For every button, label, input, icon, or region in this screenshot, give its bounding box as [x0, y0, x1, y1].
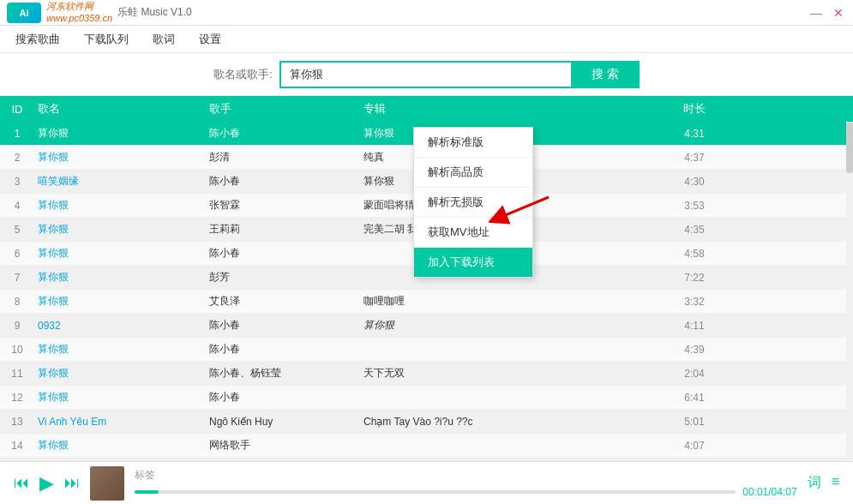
cell-name: 算你狠 — [34, 390, 206, 405]
context-menu-item[interactable]: 解析标准版 — [414, 128, 532, 158]
cell-duration: 4:31 — [652, 128, 737, 140]
col-duration: 时长 — [652, 101, 737, 117]
table-row[interactable]: 9 0932 陈小春 算你狠 4:11 — [0, 314, 853, 338]
titlebar: Ai 河东软件网 www.pc0359.cn 乐蛙 Music V1.0 — ✕ — [0, 0, 853, 26]
album-thumbnail — [90, 466, 124, 501]
cell-duration: 2:04 — [652, 368, 737, 380]
lyrics-icon[interactable]: 词 — [808, 474, 821, 492]
cell-name: 0932 — [34, 320, 206, 332]
context-menu-item[interactable]: 获取MV地址 — [414, 218, 532, 248]
context-menu-item[interactable]: 解析无损版 — [414, 188, 532, 218]
context-menu-item[interactable]: 加入下载列表 — [414, 248, 532, 277]
close-button[interactable]: ✕ — [831, 5, 846, 21]
watermark-text: 河东软件网 — [46, 1, 112, 12]
table-row[interactable]: 11 算你狠 陈小春、杨钰莹 天下无双 2:04 — [0, 362, 853, 386]
cell-name: 算你狠 — [34, 294, 206, 309]
player-time: 00:01/04:07 — [742, 486, 796, 498]
cell-duration: 4:30 — [652, 176, 737, 188]
playlist-icon[interactable]: ≡ — [832, 474, 839, 492]
menu-settings[interactable]: 设置 — [197, 28, 223, 51]
cell-id: 11 — [0, 368, 34, 380]
cell-artist: 王莉莉 — [206, 222, 360, 237]
cell-id: 5 — [0, 224, 34, 236]
cell-name: 算你狠 — [34, 222, 206, 237]
searchbar: 歌名或歌手: 搜 索 — [0, 53, 853, 96]
cell-duration: 4:39 — [652, 344, 737, 356]
col-artist: 歌手 — [206, 101, 360, 117]
progress-fill — [135, 490, 159, 494]
player-bar: ⏮ ▶ ⏭ 标签 00:01/04:07 词 ≡ — [0, 461, 853, 504]
cell-name: 算你狠 — [34, 342, 206, 357]
cell-id: 3 — [0, 176, 34, 188]
table-row[interactable]: 12 算你狠 陈小春 6:41 — [0, 386, 853, 410]
table-row[interactable]: 10 算你狠 陈小春 4:39 — [0, 338, 853, 362]
menu-search[interactable]: 搜索歌曲 — [14, 28, 62, 51]
menubar: 搜索歌曲 下载队列 歌词 设置 — [0, 26, 853, 53]
cell-id: 10 — [0, 344, 34, 356]
search-label: 歌名或歌手: — [213, 67, 273, 82]
cell-id: 12 — [0, 392, 34, 404]
cell-duration: 3:53 — [652, 200, 737, 212]
cell-name: 嘻笑姻缘 — [34, 174, 206, 189]
titlebar-left: Ai 河东软件网 www.pc0359.cn 乐蛙 Music V1.0 — [7, 1, 192, 23]
menu-lyrics[interactable]: 歌词 — [151, 28, 177, 51]
window-controls: — ✕ — [808, 5, 846, 21]
cell-album: Chạm Tay Vào ?i?u ??c — [360, 416, 652, 428]
cell-name: 算你狠 — [34, 198, 206, 213]
cell-name: 算你狠 — [34, 246, 206, 261]
cell-name: 算你狠 — [34, 150, 206, 165]
cell-id: 13 — [0, 416, 34, 428]
progress-bar[interactable] — [135, 490, 736, 494]
table-row[interactable]: 13 Vi Anh Yêu Em Ngô Kiến Huy Chạm Tay V… — [0, 410, 853, 434]
watermark-url: www.pc0359.cn — [46, 13, 112, 24]
col-album: 专辑 — [360, 101, 652, 117]
cell-artist: 陈小春 — [206, 126, 360, 141]
app-title: 乐蛙 Music V1.0 — [117, 5, 192, 20]
cell-artist: Ngô Kiến Huy — [206, 416, 360, 428]
cell-album: 算你狠 — [360, 318, 652, 333]
cell-artist: 艾良泽 — [206, 294, 360, 309]
cell-duration: 4:07 — [652, 440, 737, 452]
cell-name: 算你狠 — [34, 126, 206, 141]
next-button[interactable]: ⏭ — [64, 474, 80, 492]
player-controls: ⏮ ▶ ⏭ — [14, 472, 80, 495]
app-logo: Ai — [7, 3, 41, 23]
cell-name: 算你狠 — [34, 270, 206, 285]
minimize-button[interactable]: — — [808, 5, 824, 21]
col-name: 歌名 — [34, 101, 206, 117]
cell-artist: 陈小春 — [206, 174, 360, 189]
table-row[interactable]: 8 算你狠 艾良泽 咖哩咖哩 3:32 — [0, 290, 853, 314]
cell-artist: 陈小春 — [206, 390, 360, 405]
menu-download-queue[interactable]: 下载队列 — [82, 28, 130, 51]
context-menu: 解析标准版解析高品质解析无损版获取MV地址加入下载列表 — [413, 127, 533, 278]
scrollbar-thumb[interactable] — [846, 122, 853, 173]
context-menu-item[interactable]: 解析高品质 — [414, 158, 532, 188]
cell-artist: 陈小春 — [206, 318, 360, 333]
search-input[interactable] — [279, 61, 571, 88]
cell-name: Vi Anh Yêu Em — [34, 416, 206, 428]
cell-artist: 陈小春 — [206, 246, 360, 261]
cell-id: 7 — [0, 272, 34, 284]
cell-artist: 陈小春 — [206, 342, 360, 357]
cell-artist: 彭清 — [206, 150, 360, 165]
cell-duration: 4:11 — [652, 320, 737, 332]
cell-duration: 4:58 — [652, 248, 737, 260]
cell-name: 算你狠 — [34, 366, 206, 381]
cell-id: 2 — [0, 152, 34, 164]
progress-container: 00:01/04:07 — [135, 486, 797, 498]
cell-duration: 7:22 — [652, 272, 737, 284]
col-id: ID — [0, 103, 34, 116]
search-button[interactable]: 搜 索 — [571, 61, 640, 88]
player-tag: 标签 — [135, 468, 797, 483]
player-right-icons: 词 ≡ — [808, 474, 839, 492]
table-row[interactable]: 14 算你狠 网络歌手 4:07 — [0, 434, 853, 458]
prev-button[interactable]: ⏮ — [14, 474, 29, 492]
cell-id: 14 — [0, 440, 34, 452]
cell-id: 6 — [0, 248, 34, 260]
cell-artist: 彭芳 — [206, 270, 360, 285]
play-button[interactable]: ▶ — [39, 472, 54, 495]
scrollbar-track[interactable] — [846, 122, 853, 461]
table-header: ID 歌名 歌手 专辑 时长 — [0, 96, 853, 122]
cell-name: 算你狠 — [34, 438, 206, 453]
cell-duration: 6:41 — [652, 392, 737, 404]
